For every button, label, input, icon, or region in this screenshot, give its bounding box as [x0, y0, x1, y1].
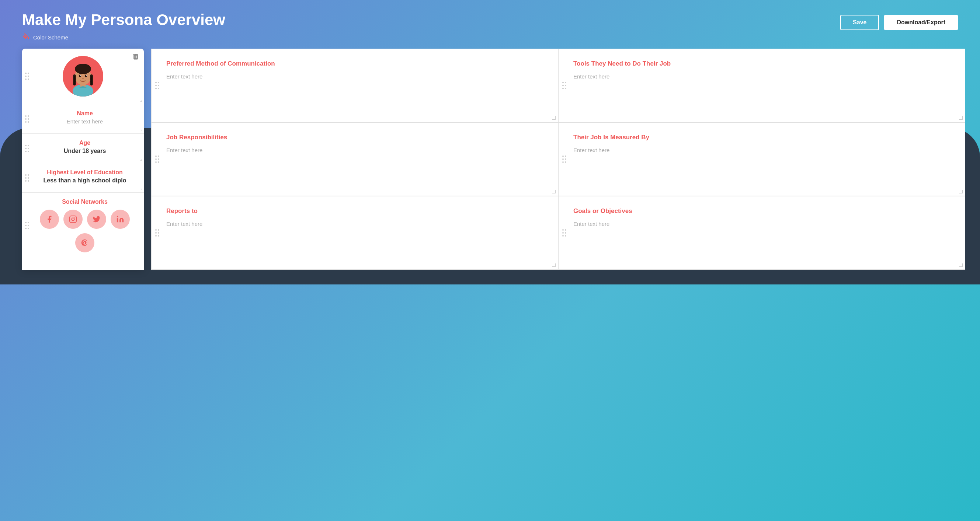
social-networks-section: Social Networks [22, 193, 144, 258]
svg-rect-20 [70, 216, 76, 222]
resize-corner [959, 190, 963, 194]
card-title-communication: Preferred Method of Communication [166, 59, 547, 68]
name-placeholder: Enter text here [33, 118, 137, 124]
pinterest-icon[interactable] [75, 233, 94, 253]
trash-icon [132, 53, 139, 60]
card-placeholder-reports-to: Enter text here [166, 221, 547, 227]
persona-card: ⌟ Name Enter text here ⌟ [22, 49, 144, 270]
grid-card-job-responsibilities[interactable]: Job Responsibilities Enter text here [151, 122, 558, 196]
education-value: Less than a high school diplo [33, 177, 137, 184]
age-value: Under 18 years [33, 148, 137, 154]
grid-cards: Preferred Method of Communication Enter … [151, 49, 965, 270]
resize-corner: ⌟ [140, 127, 142, 132]
card-title-job-measured: Their Job Is Measured By [573, 133, 955, 142]
grid-card-goals[interactable]: Goals or Objectives Enter text here [558, 196, 965, 270]
resize-corner [959, 116, 963, 120]
resize-corner: ⌟ [140, 186, 142, 191]
resize-corner [552, 116, 556, 120]
drag-handle [25, 78, 29, 80]
avatar[interactable] [63, 56, 103, 97]
svg-point-16 [85, 75, 87, 77]
svg-point-18 [86, 75, 87, 76]
instagram-icon[interactable] [64, 210, 83, 229]
social-networks-label: Social Networks [33, 199, 137, 205]
resize-corner [552, 264, 556, 267]
resize-corner: ⌟ [140, 156, 142, 161]
card-title-tools: Tools They Need to Do Their Job [573, 59, 955, 68]
color-scheme-button[interactable]: Color Scheme [22, 33, 225, 41]
drag-handle [25, 76, 29, 77]
svg-point-17 [80, 75, 81, 76]
grid-card-reports-to[interactable]: Reports to Enter text here [151, 196, 558, 270]
facebook-icon[interactable] [40, 210, 59, 229]
card-placeholder-goals: Enter text here [573, 221, 955, 227]
svg-point-15 [79, 75, 81, 77]
education-field[interactable]: Highest Level of Education Less than a h… [22, 163, 144, 193]
avatar-section: ⌟ [22, 49, 144, 104]
color-scheme-label: Color Scheme [33, 34, 68, 41]
grid-card-tools[interactable]: Tools They Need to Do Their Job Enter te… [558, 49, 965, 122]
avatar-svg [63, 56, 103, 97]
paint-bucket-icon [22, 33, 30, 41]
twitter-icon[interactable] [87, 210, 106, 229]
svg-point-21 [72, 218, 74, 220]
card-placeholder-job-responsibilities: Enter text here [166, 147, 547, 153]
card-title-reports-to: Reports to [166, 207, 547, 216]
export-button[interactable]: Download/Export [884, 15, 958, 30]
education-label: Highest Level of Education [33, 169, 137, 176]
svg-point-23 [117, 216, 118, 218]
resize-corner [552, 190, 556, 194]
drag-handle [25, 73, 29, 74]
social-icons [33, 210, 137, 253]
name-label: Name [33, 110, 137, 117]
page-title: Make My Persona Overview [22, 11, 225, 29]
name-field[interactable]: Name Enter text here ⌟ [22, 104, 144, 134]
header-actions: Save Download/Export [840, 11, 958, 30]
card-placeholder-tools: Enter text here [573, 73, 955, 79]
svg-point-4 [75, 64, 91, 74]
age-field[interactable]: Age Under 18 years ⌟ [22, 134, 144, 163]
grid-card-job-measured[interactable]: Their Job Is Measured By Enter text here [558, 122, 965, 196]
svg-point-22 [75, 217, 75, 218]
save-button[interactable]: Save [840, 15, 879, 30]
card-placeholder-job-measured: Enter text here [573, 147, 955, 153]
resize-corner: ⌟ [140, 97, 142, 102]
card-placeholder-communication: Enter text here [166, 73, 547, 79]
resize-corner [959, 264, 963, 267]
svg-point-19 [82, 78, 84, 79]
linkedin-icon[interactable] [111, 210, 130, 229]
card-title-job-responsibilities: Job Responsibilities [166, 133, 547, 142]
delete-button[interactable] [132, 53, 139, 62]
grid-card-communication[interactable]: Preferred Method of Communication Enter … [151, 49, 558, 122]
card-title-goals: Goals or Objectives [573, 207, 955, 216]
age-label: Age [33, 140, 137, 146]
